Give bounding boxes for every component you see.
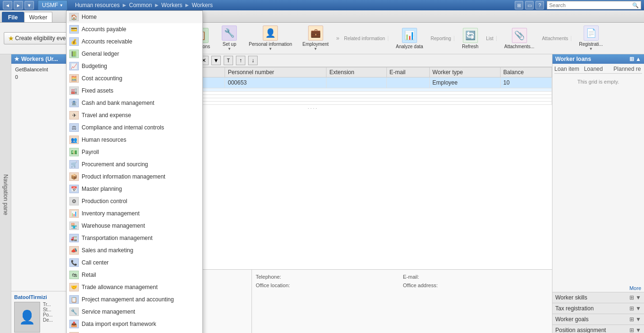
- employment-button[interactable]: 💼 Employment ▼: [300, 24, 332, 53]
- filter-asc-button[interactable]: ↑: [236, 56, 245, 65]
- menu-item-service-management[interactable]: 🔧 Service management: [67, 306, 202, 318]
- col-email[interactable]: E-mail: [386, 68, 429, 77]
- skills-add-icon[interactable]: ⊞: [629, 294, 634, 301]
- favorites-panel: ★ Workers (Ur... GetBalanceInt 0 BatoolT…: [11, 54, 73, 333]
- loans-expand-icon[interactable]: ⊞: [629, 56, 634, 62]
- retail-icon: 🛍: [69, 271, 79, 279]
- personal-info-button[interactable]: 👤 Personal information ▼: [246, 24, 295, 53]
- loans-table-header: Loan item Loaned Planned re: [554, 66, 642, 74]
- breadcrumb-item-workers2[interactable]: Workers: [192, 2, 212, 9]
- back-button[interactable]: ◄: [3, 1, 12, 9]
- search-input[interactable]: [549, 2, 630, 8]
- tax-registration-section: Tax registration ⊞ ▼: [552, 303, 644, 314]
- forward-button[interactable]: ►: [14, 1, 23, 9]
- attachments-icon: 📎: [512, 28, 527, 43]
- position-expand-icon[interactable]: ▼: [636, 327, 641, 333]
- col-personnel-number[interactable]: Personnel number: [225, 68, 326, 77]
- menu-item-org-administration[interactable]: 🏢 Organization administration: [67, 330, 202, 333]
- analyze-data-button[interactable]: 📊 Analyze data: [393, 26, 426, 51]
- menu-item-payroll[interactable]: 💵 Payroll: [67, 146, 202, 158]
- menu-item-budgeting[interactable]: 📈 Budgeting: [67, 60, 202, 72]
- favorites-item-getbalanceint[interactable]: GetBalanceInt: [13, 66, 70, 73]
- general-ledger-icon: 📗: [69, 50, 79, 58]
- menu-item-call-center[interactable]: 📞 Call center: [67, 256, 202, 269]
- menu-item-accounts-payable[interactable]: 💳 Accounts payable: [67, 23, 202, 35]
- menu-item-warehouse[interactable]: 🏪 Warehouse management: [67, 220, 202, 232]
- tab-worker[interactable]: Worker: [24, 12, 52, 22]
- window-icon-button[interactable]: ⊞: [515, 1, 523, 9]
- filter-desc-button[interactable]: ↓: [248, 56, 258, 65]
- menu-item-project-management[interactable]: 📋 Project management and accounting: [67, 293, 202, 306]
- product-info-label: Product information management: [82, 173, 165, 180]
- expand-icon-2[interactable]: »: [336, 35, 340, 42]
- menu-item-trade-allowance[interactable]: 🤝 Trade allowance management: [67, 281, 202, 293]
- email-field: E-mail:: [403, 273, 548, 280]
- goals-expand-icon[interactable]: ▼: [636, 316, 641, 323]
- tax-expand-icon[interactable]: ▼: [636, 305, 641, 312]
- menu-item-cost-accounting[interactable]: 🧮 Cost accounting: [67, 72, 202, 85]
- skills-expand-icon[interactable]: ▼: [636, 294, 641, 301]
- menu-item-compliance[interactable]: ⚖ Compliance and internal controls: [67, 121, 202, 134]
- col-extension[interactable]: Extension: [326, 68, 386, 77]
- breadcrumb-item-workers1[interactable]: Workers: [161, 2, 182, 9]
- loans-more-link[interactable]: More: [552, 284, 644, 292]
- filter-text-button[interactable]: T: [224, 56, 233, 65]
- menu-item-cash-bank[interactable]: 🏦 Cash and bank management: [67, 97, 202, 109]
- menu-item-data-import[interactable]: 📤 Data import export framework: [67, 318, 202, 330]
- inventory-label: Inventory management: [82, 210, 140, 217]
- menu-item-retail[interactable]: 🛍 Retail: [67, 269, 202, 281]
- navigation-pane[interactable]: Navigation pane: [0, 54, 11, 333]
- col-worker-type[interactable]: Worker type: [429, 68, 500, 77]
- menu-item-general-ledger[interactable]: 📗 General ledger: [67, 48, 202, 60]
- help-icon-button[interactable]: ?: [535, 1, 544, 9]
- menu-item-accounts-receivable[interactable]: 💰 Accounts receivable: [67, 35, 202, 48]
- reporting-label: Reporting: [431, 36, 454, 41]
- monitor-icon-button[interactable]: ▭: [525, 1, 534, 9]
- breadcrumb-item-hr[interactable]: Human resources: [75, 2, 120, 9]
- usmf-dropdown-button[interactable]: USMF ▼: [38, 0, 67, 10]
- accounts-payable-icon: 💳: [69, 25, 79, 34]
- analyze-label: Analyze data: [396, 44, 423, 49]
- worker-goals-label: Worker goals: [555, 316, 588, 323]
- loans-collapse-icon[interactable]: ▲: [636, 56, 641, 62]
- budgeting-icon: 📈: [69, 62, 79, 70]
- menu-item-fixed-assets[interactable]: 🏭 Fixed assets: [67, 85, 202, 97]
- menu-item-inventory[interactable]: 📊 Inventory management: [67, 207, 202, 220]
- attachments-group-label: Attachments: [542, 36, 572, 41]
- menu-item-home[interactable]: 🏠 Home: [67, 11, 202, 23]
- search-box[interactable]: 🔍: [547, 1, 641, 9]
- attachments-button[interactable]: 📎 Attachments...: [502, 26, 537, 51]
- retail-label: Retail: [82, 272, 96, 278]
- menu-item-transportation[interactable]: 🚛 Transportation management: [67, 232, 202, 244]
- goals-add-icon[interactable]: ⊞: [629, 316, 634, 323]
- position-assignment-header[interactable]: Position assignment ⊞ ▼: [552, 325, 644, 333]
- personal-info-icon: 👤: [263, 26, 278, 41]
- refresh-button[interactable]: 🔄 Refresh: [459, 26, 481, 51]
- registration-button[interactable]: 📄 Registrati... ▼: [576, 24, 606, 53]
- worker-mini-name[interactable]: BatoolTirmizi: [14, 294, 69, 300]
- position-add-icon[interactable]: ⊞: [629, 327, 634, 333]
- tax-add-icon[interactable]: ⊞: [629, 305, 634, 312]
- menu-item-human-resources[interactable]: 👥 Human resources: [67, 134, 202, 146]
- breadcrumb-item-common[interactable]: Common: [129, 2, 152, 9]
- menu-item-product-info[interactable]: 📦 Product information management: [67, 171, 202, 183]
- tax-registration-header[interactable]: Tax registration ⊞ ▼: [552, 303, 644, 314]
- worker-goals-header[interactable]: Worker goals ⊞ ▼: [552, 314, 644, 324]
- nav-dropdown-button[interactable]: ▼: [25, 1, 34, 9]
- menu-item-production-control[interactable]: ⚙ Production control: [67, 195, 202, 207]
- menu-item-sales-marketing[interactable]: 📣 Sales and marketing: [67, 244, 202, 256]
- menu-item-master-planning[interactable]: 📅 Master planning: [67, 183, 202, 195]
- col-balance[interactable]: Balance: [500, 68, 552, 77]
- tax-registration-label: Tax registration: [555, 305, 594, 312]
- worker-skills-header[interactable]: Worker skills ⊞ ▼: [552, 292, 644, 303]
- filter-dropdown-button[interactable]: ▼: [211, 56, 221, 65]
- tab-file[interactable]: File: [2, 12, 24, 22]
- menu-item-procurement[interactable]: 🛒 Procurement and sourcing: [67, 158, 202, 171]
- setup-label: Set up: [223, 42, 236, 47]
- worker-skills-icons: ⊞ ▼: [629, 294, 641, 301]
- worker-mini-position: Po...: [43, 312, 53, 317]
- worker-skills-label: Worker skills: [555, 294, 587, 301]
- title-bar: ◄ ► ▼ USMF ▼ Human resources ► Common ► …: [0, 0, 644, 10]
- setup-button[interactable]: 🔧 Set up ▼: [217, 24, 241, 53]
- menu-item-travel-expense[interactable]: ✈ Travel and expense: [67, 109, 202, 121]
